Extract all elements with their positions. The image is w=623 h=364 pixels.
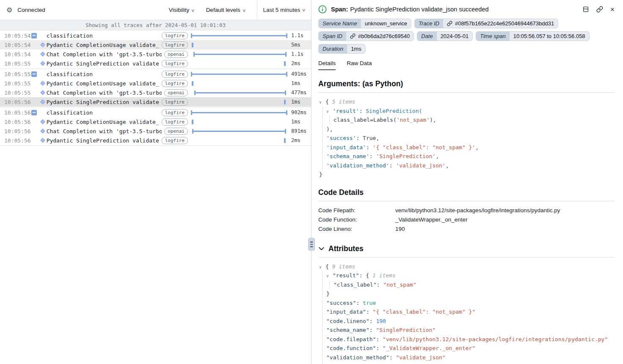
code-token-key: 'schema_name' xyxy=(326,153,369,159)
trace-timeline-track xyxy=(191,49,287,59)
collapse-toggle-icon[interactable]: ∨ xyxy=(319,263,325,272)
trace-timeline-track xyxy=(191,108,287,117)
panel-resize-handle[interactable] xyxy=(308,238,315,251)
trace-row[interactable]: 10:05:56Pydantic SinglePrediction valida… xyxy=(0,136,311,145)
code-token-pln: { xyxy=(325,99,332,105)
collapse-toggle-icon[interactable]: ∨ xyxy=(326,107,333,116)
trace-row[interactable]: 10:05:56Pydantic SinglePrediction valida… xyxy=(0,97,311,107)
trace-name: classification xyxy=(47,71,159,77)
trace-row[interactable]: 10:05:55Pydantic CompletionUsage validat… xyxy=(0,79,311,88)
trace-row[interactable]: 10:05:55classificationlogfire491ms xyxy=(0,69,311,79)
trace-duration: 891ms xyxy=(287,128,309,134)
indent-guide xyxy=(322,125,326,134)
code-token-pln: : { xyxy=(359,272,372,279)
default-levels-label: Default levels xyxy=(206,7,240,13)
trace-timestamp: 10:05:54 xyxy=(4,51,31,57)
collapse-toggle-icon[interactable]: ∨ xyxy=(326,271,333,281)
close-icon[interactable]: × xyxy=(610,6,615,13)
collapse-minus-icon[interactable] xyxy=(31,71,37,77)
trace-icon-wrap xyxy=(31,69,47,79)
meta-pill-value-text: 10:05:56.057 to 10:05:56.058 xyxy=(513,33,585,39)
trace-row[interactable]: 10:05:55Pydantic SinglePrediction valida… xyxy=(0,59,311,68)
code-token-str: '{ "class_label": "not_spam" }' xyxy=(373,144,476,151)
trace-source-badge: logfire xyxy=(162,60,188,67)
trace-timeline-track xyxy=(191,97,287,107)
indent-guide xyxy=(322,298,326,308)
meta-pill-value: 1ms xyxy=(347,44,365,53)
meta-pill-value-text: unknown_service xyxy=(365,20,407,27)
code-token-pln: : xyxy=(376,336,383,342)
link-icon[interactable] xyxy=(447,21,452,26)
code-token-pln: ), xyxy=(326,126,333,132)
collapse-toggle-icon[interactable]: ∨ xyxy=(319,98,325,107)
arguments-code: ∨{ 5 items∨'result': SinglePrediction(cl… xyxy=(318,97,615,179)
trace-timeline-track xyxy=(191,126,287,136)
attributes-heading-text: Attributes xyxy=(328,244,364,253)
trace-name: Chat Completion with 'gpt-3.5-turbo-061 xyxy=(47,90,162,96)
trace-row[interactable]: 10:05:56classificationlogfire902ms xyxy=(0,108,311,117)
trace-duration: 1.1s xyxy=(287,51,309,57)
code-detail-row: Code Function:_ValidateWrapper._on_enter xyxy=(318,215,615,224)
code-token-str: "not_spam" xyxy=(383,282,416,288)
duration-bar xyxy=(192,131,286,132)
time-range-dropdown[interactable]: Last 5 minutes∨ xyxy=(257,0,311,20)
code-token-pln: , xyxy=(475,144,479,151)
code-token-pln: } xyxy=(326,290,330,297)
meta-pill[interactable]: Trace ID#08f57b165e22c4e625046944673bdd3… xyxy=(414,19,558,28)
duration-tick xyxy=(284,138,286,143)
detail-tabs: Details Raw Data xyxy=(312,55,623,71)
default-levels-dropdown[interactable]: Default levels∨ xyxy=(206,7,245,13)
meta-pill-label: Span ID xyxy=(319,32,346,41)
trace-timestamp: 10:05:55 xyxy=(4,80,31,87)
trace-row[interactable]: 10:05:54Pydantic CompletionUsage validat… xyxy=(0,40,311,49)
code-token-pln: ), xyxy=(430,117,436,123)
code-token-key: 'result' xyxy=(333,108,359,114)
code-detail-row: Code Filepath:venv/lib/python3.12/site-p… xyxy=(318,206,615,215)
header-actions: × xyxy=(582,6,615,13)
code-token-itm: 5 items xyxy=(332,99,356,105)
trace-source-badge: logfire xyxy=(162,118,188,126)
trace-row[interactable]: 10:05:54classificationlogfire1.1s xyxy=(0,31,311,40)
trace-row[interactable]: 10:05:56Chat Completion with 'gpt-3.5-tu… xyxy=(0,126,311,136)
code-token-jkey: "class_label" xyxy=(334,282,377,288)
duration-bar xyxy=(191,112,287,113)
code-line: ∨{ 9 items xyxy=(319,262,615,271)
meta-pill[interactable]: Span ID#b0b6da2d76c69540 xyxy=(318,31,414,41)
trace-row[interactable]: 10:05:56Pydantic CompletionUsage validat… xyxy=(0,117,311,126)
trace-row[interactable]: 10:05:54Chat Completion with 'gpt-3.5-tu… xyxy=(0,49,311,59)
trace-name: Pydantic SinglePrediction validate_json xyxy=(47,137,159,144)
collapse-minus-icon[interactable] xyxy=(31,110,37,115)
code-detail-label: Code Filepath: xyxy=(318,206,395,215)
code-line: "class_label": "not_spam" xyxy=(319,280,615,290)
tab-details[interactable]: Details xyxy=(318,60,336,70)
code-token-jkey: "code.lineno" xyxy=(326,318,369,324)
span-diamond-icon xyxy=(40,90,45,95)
span-diamond-icon xyxy=(40,61,45,66)
meta-pill-label: Service Name xyxy=(319,19,361,28)
detail-body: Arguments: (as Python) ∨{ 5 items∨'resul… xyxy=(312,71,623,364)
collapse-minus-icon[interactable] xyxy=(31,33,37,38)
divider xyxy=(318,201,615,201)
split-panel-icon[interactable] xyxy=(582,6,589,13)
code-token-pln: : True, xyxy=(356,135,379,141)
connection-status: Connected xyxy=(17,7,45,13)
trace-row[interactable]: 10:05:55Chat Completion with 'gpt-3.5-tu… xyxy=(0,88,311,97)
gear-icon[interactable]: ⚙ xyxy=(6,7,12,14)
trace-duration: 2ms xyxy=(287,137,309,143)
trace-icon-wrap xyxy=(31,97,47,107)
indent-guide xyxy=(322,152,326,161)
trace-timestamp: 10:05:54 xyxy=(4,42,31,48)
indent-guide xyxy=(322,271,326,280)
attributes-heading[interactable]: Attributes xyxy=(318,244,615,253)
visibility-label: Visibility xyxy=(169,7,190,13)
trace-name: Chat Completion with 'gpt-3.5-turbo-061 xyxy=(47,128,162,134)
copy-link-icon[interactable] xyxy=(596,6,603,13)
trace-source-badge: logfire xyxy=(162,80,188,87)
tab-raw-data[interactable]: Raw Data xyxy=(347,60,372,70)
code-line: "code.function": "_ValidateWrapper._on_e… xyxy=(319,344,615,353)
visibility-dropdown[interactable]: Visibility∨ xyxy=(169,7,195,13)
link-icon[interactable] xyxy=(350,33,356,39)
trace-icon-wrap xyxy=(31,40,47,49)
indent-guide xyxy=(322,143,326,152)
indent-guide xyxy=(322,115,326,125)
